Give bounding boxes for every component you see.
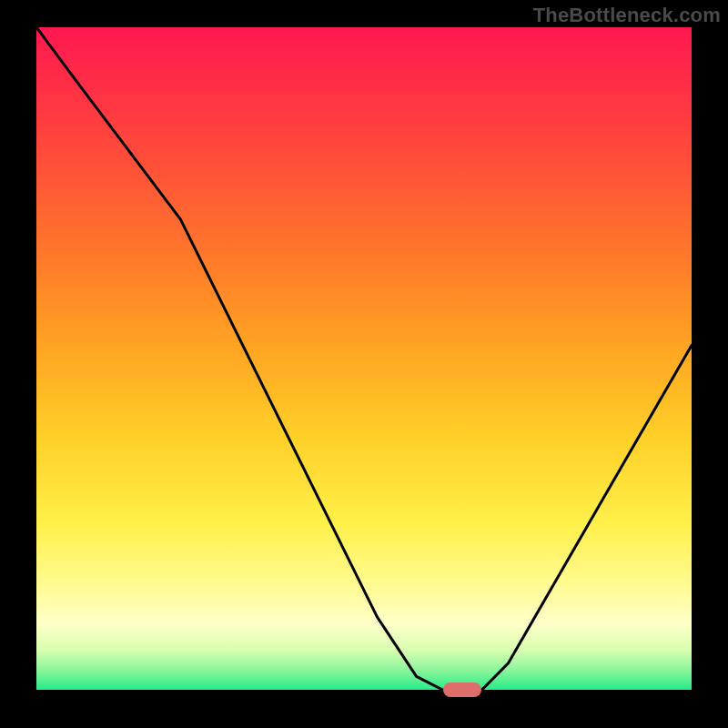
optimal-point-marker [443, 682, 481, 697]
gradient-plot-area [36, 27, 692, 690]
watermark-text: TheBottleneck.com [533, 4, 721, 27]
chart-frame: TheBottleneck.com [0, 0, 728, 728]
